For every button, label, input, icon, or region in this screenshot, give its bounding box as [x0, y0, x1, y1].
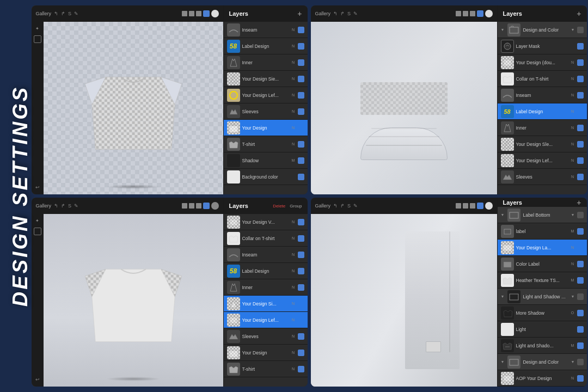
layer-collar-tr[interactable]: Collar on T-shirt N [498, 71, 587, 87]
side-tool-undo-tl[interactable]: ↩ [35, 185, 40, 190]
layer-check-label-bottom-br[interactable] [577, 212, 584, 218]
layer-shadow-tl[interactable]: Shadow M [224, 152, 308, 169]
side-tool-select-tl[interactable] [34, 35, 41, 43]
layer-design-color-br[interactable]: ▼ Design and Color ▼ [498, 354, 587, 370]
toolbar-layers-btn-br[interactable] [477, 203, 483, 209]
layer-check-bg-tl[interactable] [298, 174, 304, 180]
layer-check-design-lef-tl[interactable] [298, 92, 304, 99]
layer-check-design-v-bl[interactable] [298, 219, 304, 225]
layer-sleeves-tr[interactable]: Sleeves N [498, 169, 587, 185]
layer-check-design-sle-tr[interactable] [577, 141, 584, 148]
layer-check-light-br[interactable] [577, 326, 584, 333]
layer-check-design-dou-tr[interactable] [577, 59, 584, 66]
layer-check-inner-bl[interactable] [298, 284, 304, 291]
layer-heather-br[interactable]: Heather Texture TS... M [498, 272, 587, 289]
layer-check-design-lef-bl[interactable] [298, 317, 304, 323]
layer-inseam-tl[interactable]: Inseam N [224, 22, 308, 38]
layer-design-si-bl[interactable]: Your Design Si... N [224, 296, 308, 312]
layer-check-your-design-tl[interactable] [298, 125, 304, 131]
layer-check-collar-tr[interactable] [577, 76, 584, 82]
layer-design-sle-tr[interactable]: Your Design Sle... N [498, 136, 587, 152]
layer-check-sleeves-tr[interactable] [577, 174, 584, 180]
layer-check-more-shadow-br[interactable] [577, 310, 584, 316]
layer-inner-tl[interactable]: Inner N [224, 54, 308, 71]
toolbar-layers-btn-tl[interactable] [203, 10, 210, 17]
layer-check-color-label-br[interactable] [577, 261, 584, 267]
layer-light-shadow-ove-br[interactable]: ▼ Light and Shadow Ove... ▼ [498, 289, 587, 305]
layer-check-your-design-la-br[interactable] [577, 244, 584, 251]
layer-check-mask-tr[interactable] [577, 43, 584, 50]
toolbar-color-br[interactable] [485, 202, 493, 210]
layer-check-sleeves-tl[interactable] [298, 108, 304, 115]
layer-check-label-tl[interactable] [298, 43, 304, 50]
layer-sleeves-tl[interactable]: Sleeves N [224, 103, 308, 120]
layer-inseam-tr[interactable]: Inseam N [498, 87, 587, 103]
layer-bg-color-tl[interactable]: Background color [224, 169, 308, 185]
toolbar-color-bl[interactable] [211, 202, 219, 210]
layers-add-btn-br[interactable]: + [577, 198, 581, 207]
layers-add-btn-tl[interactable]: + [297, 9, 302, 18]
layers-add-btn-tr[interactable]: + [577, 9, 581, 18]
layer-check-design-sie-tl[interactable] [298, 76, 304, 82]
layer-check-inseam-bl[interactable] [298, 252, 304, 258]
layer-label-design-tr[interactable]: 58 Label Design N [498, 103, 587, 120]
layer-your-design-tl[interactable]: Your Design N [224, 120, 308, 136]
layer-check-label-bl[interactable] [298, 268, 304, 274]
layer-label-br[interactable]: label M [498, 223, 587, 240]
layer-label-design-tl[interactable]: 58 Label Design N [224, 38, 308, 54]
layer-check-label-br[interactable] [577, 228, 584, 235]
layer-inseam-bl[interactable]: Inseam N [224, 247, 308, 263]
layer-check-inseam-tl[interactable] [298, 27, 304, 33]
layer-sleeves-bl[interactable]: Sleeves N [224, 328, 308, 345]
side-tool-modify-tl[interactable]: ✦ [35, 26, 39, 31]
layer-tshirt-bl[interactable]: T-shirt N [224, 361, 308, 377]
toolbar-color-tl[interactable] [211, 10, 219, 17]
layer-aop-design-br[interactable]: AOP Your Design N [498, 370, 587, 387]
layer-collar-bl[interactable]: Collar on T-shirt N [224, 230, 308, 247]
group-btn-bl[interactable]: Group [290, 204, 302, 209]
layer-check-light-shado-br[interactable] [577, 342, 584, 349]
toolbar-color-tr[interactable] [485, 10, 493, 17]
layer-group-design-tr[interactable]: ▼ Design and Color ▼ [498, 22, 587, 38]
layer-design-dou-tr[interactable]: Your Design (dou... N [498, 54, 587, 71]
layer-check-design-si-bl[interactable] [298, 301, 304, 307]
delete-btn-bl[interactable]: Delete [273, 204, 285, 209]
layer-check-label-design-tr[interactable] [577, 108, 584, 115]
layer-design-lef-tl[interactable]: Your Design Lef... N [224, 87, 308, 103]
layer-light-shado-br[interactable]: Light and Shado... M [498, 338, 587, 354]
toolbar-layers-btn-bl[interactable] [203, 203, 210, 209]
layer-label-bottom-br[interactable]: ▼ Label Bottom ▼ [498, 207, 587, 223]
layer-design-lef-bl[interactable]: Your Design Lef... N [224, 312, 308, 328]
layer-check-group-tr[interactable] [577, 27, 584, 33]
side-tool-undo-bl[interactable]: ↩ [35, 377, 40, 382]
layer-check-your-design-bl[interactable] [298, 350, 304, 356]
layer-more-shadow-br[interactable]: More Shadow O [498, 305, 587, 321]
layer-label-bl[interactable]: 58 Label Design N [224, 263, 308, 279]
layer-your-design-bl[interactable]: Your Design N [224, 345, 308, 361]
side-tool-select-bl[interactable] [34, 228, 41, 235]
layer-check-sleeves-bl[interactable] [298, 333, 304, 340]
layer-inner-tr[interactable]: Inner N [498, 120, 587, 136]
layer-check-aop-design-br[interactable] [577, 375, 584, 382]
side-tool-modify-bl[interactable]: ✦ [35, 218, 39, 223]
toolbar-layers-btn-tr[interactable] [477, 10, 483, 17]
layer-light-br[interactable]: Light [498, 321, 587, 338]
layer-your-design-la-br[interactable]: Your Design La... N [498, 240, 587, 256]
layer-check-inseam-tr[interactable] [577, 92, 584, 99]
layer-check-inner-tr[interactable] [577, 125, 584, 131]
layer-design-v-bl[interactable]: Your Design V... N [224, 214, 308, 230]
layer-design-sie-tl[interactable]: Your Design Sie... N [224, 71, 308, 87]
layer-mask-tr[interactable]: Layer Mask [498, 38, 587, 54]
layer-check-shadow-tl[interactable] [298, 157, 304, 164]
layer-inner-bl[interactable]: Inner N [224, 279, 308, 296]
layer-check-light-shadow-ove-br[interactable] [577, 293, 584, 300]
layer-check-design-color-br[interactable] [577, 359, 584, 365]
layer-check-collar-bl[interactable] [298, 235, 304, 242]
layer-check-inner-tl[interactable] [298, 59, 304, 66]
layer-check-heather-br[interactable] [577, 277, 584, 284]
layer-check-design-lef-tr[interactable] [577, 157, 584, 164]
layer-tshirt-tl[interactable]: T-shirt N [224, 136, 308, 152]
layer-check-tshirt-bl[interactable] [298, 366, 304, 372]
layer-color-label-br[interactable]: Color Label N [498, 256, 587, 272]
layer-check-tshirt-tl[interactable] [298, 141, 304, 148]
